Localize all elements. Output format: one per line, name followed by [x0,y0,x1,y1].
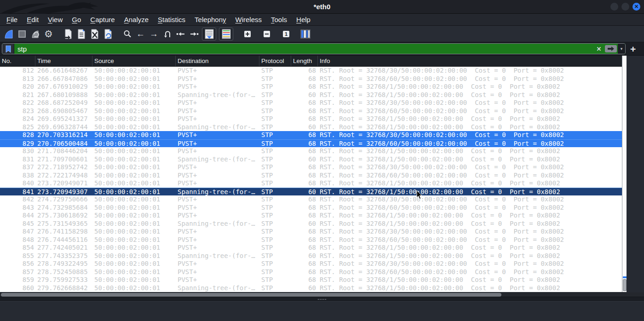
menu-statistics[interactable]: Statistics [153,15,190,24]
menu-go[interactable]: Go [67,15,86,24]
menu-view[interactable]: View [43,15,67,24]
filter-input[interactable]: stp [14,44,594,54]
packet-row-848[interactable]: 848276.74445611650:00:00:02:00:01PVST+ST… [0,236,622,244]
menu-telephony[interactable]: Telephony [190,15,230,24]
menu-analyze[interactable]: Analyze [120,15,153,24]
menu-capture[interactable]: Capture [86,15,119,24]
packet-row-856[interactable]: 856278.74932249550:00:00:02:00:01PVST+ST… [0,260,622,268]
packet-row-844[interactable]: 844275.73061869250:00:00:02:00:01PVST+ST… [0,212,622,220]
vertical-scrollbar-thumb[interactable] [623,279,627,291]
packet-row-857[interactable]: 857278.75245088550:00:00:02:00:01PVST+ST… [0,268,622,276]
horizontal-scrollbar[interactable] [0,292,644,297]
pane-splitter[interactable] [0,297,644,301]
column-header-protocol[interactable]: Protocol [259,56,291,66]
packet-row-855[interactable]: 855277.74335237550:00:00:02:00:01Spannin… [0,252,622,260]
go-last-packet-icon[interactable] [188,28,200,40]
packet-row-860[interactable]: 860279.76266884250:00:00:02:00:01Spannin… [0,284,622,292]
packet-row-831[interactable]: 831271.70970060150:00:00:02:00:01Spannin… [0,155,622,164]
packet-row-842[interactable]: 842274.72975066650:00:00:02:00:01PVST+ST… [0,195,622,204]
reload-file-icon[interactable] [102,28,114,40]
window-title: *eth0 [314,3,331,11]
filter-bookmark-icon[interactable] [2,44,14,54]
packet-row-823[interactable]: 823268.69080546750:00:00:02:00:01PVST+ST… [0,107,622,115]
maximize-button[interactable] [621,3,629,11]
colorize-icon[interactable] [219,28,233,40]
svg-text:1: 1 [284,31,287,37]
packet-row-837[interactable]: 837272.71895274250:00:00:02:00:01PVST+ST… [0,163,622,172]
wireshark-window: *eth0 ✕ FileEditViewGoCaptureAnalyzeStat… [0,0,644,321]
menu-file[interactable]: File [2,15,22,24]
splitter-handle-dots [318,299,319,300]
filter-dropdown-caret-icon[interactable]: ▾ [618,44,625,54]
menu-help[interactable]: Help [292,15,315,24]
menu-tools[interactable]: Tools [266,15,292,24]
column-header-no[interactable]: No. [0,56,35,66]
packet-detail-pane [0,301,644,321]
packet-list: No. Time Source Destination Protocol Len… [0,56,644,292]
menu-wireless[interactable]: Wireless [231,15,267,24]
packet-row-859[interactable]: 859279.75992753350:00:00:02:00:01PVST+ST… [0,276,622,284]
packet-list-body: 812266.66164826750:00:00:02:00:01PVST+ST… [0,67,622,292]
scrollbar-capture-marker [623,276,627,278]
filter-bar: stp ✕ ▾ + [0,42,644,56]
packet-row-820[interactable]: 820267.67691002950:00:00:02:00:01PVST+ST… [0,83,622,91]
start-capture-icon[interactable] [2,28,15,40]
filter-value: stp [17,45,27,53]
packet-row-825[interactable]: 825269.69632874450:00:00:02:00:01Spannin… [0,123,622,132]
packet-row-828[interactable]: 828270.70331621450:00:00:02:00:01PVST+ST… [0,131,622,139]
packet-row-843[interactable]: 843274.73298568450:00:00:02:00:01PVST+ST… [0,204,622,212]
packet-row-854[interactable]: 854277.74240502150:00:00:02:00:01PVST+ST… [0,244,622,252]
minimize-button[interactable] [610,3,618,11]
packet-row-822[interactable]: 822268.68725204950:00:00:02:00:01PVST+ST… [0,99,622,107]
normal-size-icon[interactable]: 1 [280,28,292,40]
filter-clear-icon[interactable]: ✕ [594,44,604,54]
packet-row-847[interactable]: 847276.74115829850:00:00:02:00:01PVST+ST… [0,228,622,236]
column-header-length[interactable]: Length [291,56,318,66]
kali-dragon-logo [0,0,124,14]
menu-edit[interactable]: Edit [22,15,43,24]
go-first-packet-icon[interactable] [174,28,187,40]
packet-row-829[interactable]: 829270.70650048450:00:00:02:00:01PVST+ST… [0,139,622,148]
go-forward-icon[interactable]: → [148,28,160,40]
zoom-out-icon[interactable] [260,28,273,40]
packet-row-812[interactable]: 812266.66164826750:00:00:02:00:01PVST+ST… [0,67,622,75]
open-file-icon[interactable] [62,28,74,40]
main-toolbar: ⚙ ← → [0,26,644,42]
stop-capture-icon[interactable] [16,28,28,40]
resize-columns-icon[interactable] [299,28,311,40]
restart-capture-icon[interactable] [29,28,41,40]
title-bar[interactable]: *eth0 ✕ [0,0,644,14]
capture-options-icon[interactable]: ⚙ [42,28,55,40]
packet-row-830[interactable]: 830271.70844620450:00:00:02:00:01PVST+ST… [0,147,622,155]
packet-row-824[interactable]: 824269.69524132750:00:00:02:00:01PVST+ST… [0,115,622,123]
packet-row-840[interactable]: 840273.72094907150:00:00:02:00:01PVST+ST… [0,179,622,188]
packet-row-845[interactable]: 845275.73154936550:00:00:02:00:01Spannin… [0,220,622,228]
close-button[interactable]: ✕ [632,3,640,11]
save-file-icon[interactable] [75,28,87,40]
go-to-packet-icon[interactable] [161,28,173,40]
column-header-time[interactable]: Time [35,56,92,66]
column-header-info[interactable]: Info [318,56,622,66]
horizontal-scrollbar-thumb[interactable] [1,293,501,297]
packet-row-813[interactable]: 813266.66784708650:00:00:02:00:01PVST+ST… [0,75,622,83]
auto-scroll-icon[interactable] [202,28,216,40]
filter-add-button[interactable]: + [630,44,636,54]
packet-row-821[interactable]: 821267.68010988850:00:00:02:00:01Spannin… [0,91,622,99]
filter-apply-icon[interactable] [605,45,617,52]
vertical-scrollbar[interactable] [622,56,627,292]
display-filter: stp ✕ ▾ [2,43,626,54]
zoom-in-icon[interactable] [241,28,253,40]
packet-row-841[interactable]: 841273.72094930750:00:00:02:00:01Spannin… [0,188,622,196]
menu-bar: FileEditViewGoCaptureAnalyzeStatisticsTe… [0,14,644,26]
close-file-icon[interactable] [88,28,101,40]
packet-row-838[interactable]: 838272.72217494850:00:00:02:00:01PVST+ST… [0,172,622,180]
column-header-source[interactable]: Source [92,56,176,66]
go-back-icon[interactable]: ← [134,28,147,40]
packet-list-header: No. Time Source Destination Protocol Len… [0,56,622,67]
column-header-destination[interactable]: Destination [176,56,259,66]
find-packet-icon[interactable] [121,28,133,40]
